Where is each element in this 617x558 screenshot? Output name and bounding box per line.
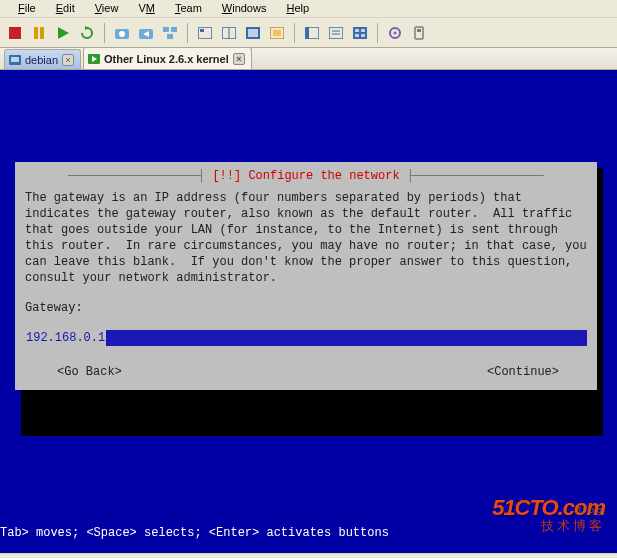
snapshot-button[interactable] — [111, 22, 133, 44]
tab-debian[interactable]: debian × — [4, 49, 81, 69]
sidebar-button[interactable] — [301, 22, 323, 44]
summary-button[interactable] — [325, 22, 347, 44]
svg-rect-2 — [40, 27, 44, 39]
menu-windows[interactable]: Windows — [212, 0, 277, 17]
svg-rect-19 — [273, 30, 281, 36]
vm-on-icon — [88, 53, 100, 65]
dialog-body-text: The gateway is an IP address (four numbe… — [25, 190, 587, 286]
menu-view[interactable]: View — [85, 0, 129, 17]
go-back-button[interactable]: <Go Back> — [57, 364, 122, 380]
svg-rect-22 — [329, 27, 343, 39]
svg-marker-4 — [85, 26, 89, 30]
tab-label: Other Linux 2.6.x kernel — [104, 53, 229, 65]
toolbar — [0, 18, 617, 48]
stop-button[interactable] — [4, 22, 26, 44]
tab-other-linux[interactable]: Other Linux 2.6.x kernel × — [83, 47, 252, 69]
tab-close-button[interactable]: × — [233, 53, 245, 65]
svg-rect-29 — [361, 34, 365, 37]
svg-rect-10 — [171, 27, 177, 32]
svg-rect-35 — [11, 57, 19, 62]
show-console-button[interactable] — [194, 22, 216, 44]
dialog-buttons: <Go Back> <Continue> — [25, 364, 587, 380]
statusbar — [0, 553, 617, 558]
menu-vm[interactable]: VM — [128, 0, 165, 17]
dialog-title: [!!] Configure the network — [212, 169, 399, 183]
svg-rect-13 — [200, 29, 204, 32]
vm-console[interactable]: ──────────────────┤ [!!] Configure the n… — [0, 70, 617, 553]
svg-rect-25 — [353, 27, 367, 39]
revert-snapshot-button[interactable] — [135, 22, 157, 44]
tab-close-button[interactable]: × — [62, 54, 74, 66]
svg-rect-21 — [305, 27, 309, 39]
svg-rect-11 — [167, 34, 173, 39]
menu-edit[interactable]: Edit — [46, 0, 85, 17]
pause-button[interactable] — [28, 22, 50, 44]
menubar: File Edit View VM Team Windows Help — [0, 0, 617, 18]
vm-icon — [9, 54, 21, 66]
watermark-blog: Blog — [575, 506, 605, 515]
tabbar: debian × Other Linux 2.6.x kernel × — [0, 48, 617, 70]
separator — [104, 23, 105, 43]
menu-help[interactable]: Help — [276, 0, 319, 17]
svg-rect-9 — [163, 27, 169, 32]
svg-point-6 — [119, 31, 125, 37]
tab-label: debian — [25, 54, 58, 66]
snapshot-manager-button[interactable] — [159, 22, 181, 44]
svg-point-31 — [394, 31, 397, 34]
svg-rect-12 — [198, 27, 212, 39]
quick-switch-button[interactable] — [218, 22, 240, 44]
header-rule-right: ├────────────────── — [400, 169, 544, 183]
gateway-prompt: Gateway: — [25, 300, 587, 316]
unity-button[interactable] — [266, 22, 288, 44]
svg-rect-33 — [417, 29, 421, 32]
inventory-button[interactable] — [384, 22, 406, 44]
gateway-input-line[interactable]: 192.168.0.1 — [25, 330, 587, 346]
fullscreen-button[interactable] — [242, 22, 264, 44]
svg-rect-1 — [34, 27, 38, 39]
menu-file[interactable]: File — [8, 0, 46, 17]
svg-rect-0 — [9, 27, 21, 39]
removable-devices-button[interactable] — [408, 22, 430, 44]
play-button[interactable] — [52, 22, 74, 44]
separator — [377, 23, 378, 43]
continue-button[interactable]: <Continue> — [487, 364, 559, 380]
svg-rect-17 — [248, 29, 258, 37]
configure-network-dialog: ──────────────────┤ [!!] Configure the n… — [15, 162, 597, 390]
svg-rect-26 — [355, 29, 359, 32]
header-rule-left: ──────────────────┤ — [68, 169, 212, 183]
separator — [294, 23, 295, 43]
dialog-frame: ──────────────────┤ [!!] Configure the n… — [15, 162, 602, 390]
svg-rect-32 — [415, 27, 423, 39]
dialog-header: ──────────────────┤ [!!] Configure the n… — [25, 168, 587, 184]
svg-rect-28 — [355, 34, 359, 37]
svg-rect-27 — [361, 29, 365, 32]
gateway-input[interactable]: 192.168.0.1 — [25, 330, 106, 346]
menu-team[interactable]: Team — [165, 0, 212, 17]
separator — [187, 23, 188, 43]
svg-marker-3 — [58, 27, 69, 39]
watermark-line2: 技术博客 Blog — [492, 519, 605, 533]
appliance-view-button[interactable] — [349, 22, 371, 44]
watermark: 51CTO.com 技术博客 Blog — [492, 496, 605, 533]
reset-button[interactable] — [76, 22, 98, 44]
